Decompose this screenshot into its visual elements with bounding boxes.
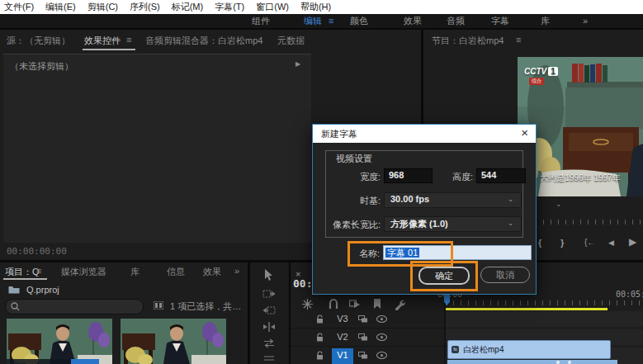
project-bin-icon: [8, 285, 20, 294]
tab-project[interactable]: 项目：Q: [5, 266, 40, 278]
track-lane-v3[interactable]: [446, 311, 643, 327]
height-label: 高度:: [443, 171, 473, 183]
menu-edit[interactable]: 编辑(E): [45, 1, 76, 13]
workspace-tab-captions[interactable]: 字幕: [491, 15, 509, 27]
toggle-track-output-eye-icon[interactable]: [376, 315, 387, 323]
workspace-tab-bar: 组件 编辑 ≡ 颜色 效果 音频 字幕 库 »: [0, 14, 643, 28]
ruler-label-end: 00:05:00: [616, 290, 643, 299]
workspace-tab-libraries[interactable]: 库: [541, 15, 550, 27]
timeline-clip-video[interactable]: fx 白岩松mp4: [447, 340, 611, 359]
panel-menu-icon[interactable]: ≡: [126, 35, 131, 45]
dialog-title-bar[interactable]: 新建字幕 ×: [313, 125, 536, 143]
menu-help[interactable]: 帮助(H): [300, 1, 331, 13]
toggle-track-output-eye-icon[interactable]: [376, 352, 387, 359]
track-label-a1-partial[interactable]: [332, 361, 353, 364]
linked-selection-icon[interactable]: [349, 299, 362, 310]
project-overflow-chevron-icon[interactable]: »: [234, 266, 239, 276]
menu-clip[interactable]: 剪辑(C): [87, 1, 118, 13]
track-lock-icon[interactable]: [316, 333, 324, 342]
track-header-v1: V1: [291, 347, 444, 364]
timeline-ruler[interactable]: [446, 300, 643, 305]
sync-lock-icon[interactable]: [358, 315, 368, 323]
fit-dropdown-chevron-icon[interactable]: ⌄: [556, 200, 562, 208]
pixel-aspect-dropdown[interactable]: 方形像素 (1.0): [384, 216, 522, 232]
selection-tool-icon[interactable]: [262, 269, 274, 281]
track-label-v3[interactable]: V3: [332, 312, 353, 325]
audio-keyframe-dot[interactable]: [568, 361, 571, 364]
expand-arrow-icon[interactable]: ▶: [295, 60, 300, 68]
snap-magnet-icon[interactable]: [328, 299, 339, 310]
dialog-body: 视频设置 宽度: 968 高度: 544 时基: 30.00 fps ⌄ 像素长…: [313, 143, 536, 294]
dialog-close-icon[interactable]: ×: [521, 125, 528, 139]
audio-keyframe-dot[interactable]: [556, 361, 560, 364]
rolling-edit-tool-icon[interactable]: [262, 322, 276, 332]
tab-effects[interactable]: 效果: [203, 266, 221, 278]
ripple-edit-tool-icon[interactable]: [262, 305, 276, 315]
timeline-clip-audio-partial[interactable]: [447, 360, 617, 364]
program-mini-ruler[interactable]: [536, 220, 641, 225]
tab-program-monitor[interactable]: 节目：白岩松mp4: [432, 35, 504, 47]
timeline-settings-wrench-icon[interactable]: [395, 299, 406, 310]
menu-bar: 文件(F) 编辑(E) 剪辑(C) 序列(S) 标记(M) 字幕(T) 窗口(W…: [0, 0, 643, 14]
workspace-tab-effects[interactable]: 效果: [404, 15, 422, 27]
rate-stretch-tool-icon[interactable]: [262, 338, 276, 348]
slip-tool-icon[interactable]: [262, 355, 276, 363]
add-marker-icon[interactable]: [373, 299, 381, 310]
pixel-aspect-label: 像素长宽比:: [319, 219, 381, 231]
tab-libraries[interactable]: 库: [130, 266, 139, 278]
width-input[interactable]: 968: [384, 168, 433, 183]
tab-media-browser[interactable]: 媒体浏览器: [61, 266, 106, 278]
program-panel-menu-icon[interactable]: ≡: [516, 35, 521, 45]
timebase-dropdown[interactable]: 30.00 fps: [384, 192, 522, 208]
active-tab-underline: [83, 49, 135, 50]
thumbnail-scene: [7, 319, 112, 364]
menu-window[interactable]: 窗口(W): [256, 1, 289, 13]
tab-source-monitor[interactable]: 源：（无剪辑）: [7, 35, 70, 47]
new-caption-dialog: 新建字幕 × 视频设置 宽度: 968 高度: 544 时基: 30.00 fp…: [312, 124, 537, 295]
workspace-tab-editing[interactable]: 编辑: [304, 15, 322, 27]
search-icon: [11, 302, 20, 311]
workspace-tab-audio[interactable]: 音频: [447, 15, 465, 27]
menu-marker[interactable]: 标记(M): [172, 1, 204, 13]
cancel-button[interactable]: 取消: [480, 267, 530, 283]
timebase-label: 时基:: [329, 195, 381, 207]
tab-audio-clip-mixer[interactable]: 音频剪辑混合器：白岩松mp4: [145, 35, 262, 47]
search-input[interactable]: [24, 300, 139, 313]
workspace-overflow-chevron-icon[interactable]: »: [583, 15, 588, 27]
project-file-name[interactable]: Q.prproj: [26, 285, 59, 295]
thumbnail-scene: [121, 319, 226, 364]
track-label-v1[interactable]: V1: [332, 348, 353, 362]
sync-lock-icon[interactable]: [358, 333, 368, 341]
height-input[interactable]: 544: [476, 168, 526, 183]
active-tab-underline: [3, 278, 47, 280]
track-lock-icon[interactable]: [316, 314, 324, 324]
tab-info[interactable]: 信息: [167, 266, 185, 278]
go-to-in-button[interactable]: {←: [584, 238, 595, 247]
mark-out-button[interactable]: }: [560, 238, 564, 248]
mark-in-button[interactable]: {: [538, 238, 541, 248]
annotation-highlight-ok-button: [410, 261, 478, 291]
nest-sequence-icon[interactable]: [302, 299, 313, 310]
track-lock-icon[interactable]: [316, 351, 324, 360]
list-view-icon[interactable]: [154, 301, 163, 310]
toggle-track-output-eye-icon[interactable]: [376, 333, 387, 341]
track-label-v2[interactable]: V2: [332, 330, 353, 343]
project-panel-menu-icon[interactable]: ≡: [36, 266, 41, 276]
workspace-tab-assembly[interactable]: 组件: [252, 15, 270, 27]
menu-sequence[interactable]: 序列(S): [130, 1, 160, 13]
workspace-menu-icon[interactable]: ≡: [329, 15, 333, 27]
clip-thumbnail-selected[interactable]: [7, 319, 112, 364]
track-header-v2: V2: [291, 329, 444, 347]
tab-metadata[interactable]: 元数据: [277, 35, 305, 47]
workspace-tab-color[interactable]: 颜色: [350, 15, 368, 27]
sync-lock-icon[interactable]: [358, 352, 368, 359]
menu-caption[interactable]: 字幕(T): [215, 1, 244, 13]
clip-thumbnail[interactable]: [121, 319, 226, 364]
menu-file[interactable]: 文件(F): [4, 1, 34, 13]
track-select-forward-tool-icon[interactable]: [262, 289, 276, 299]
play-button[interactable]: ▶: [629, 236, 636, 248]
timebase-chevron-icon: ⌄: [508, 195, 514, 203]
step-back-button[interactable]: ◀: [608, 239, 614, 247]
tab-effect-controls[interactable]: 效果控件: [84, 35, 121, 47]
project-search-box: [5, 299, 144, 314]
